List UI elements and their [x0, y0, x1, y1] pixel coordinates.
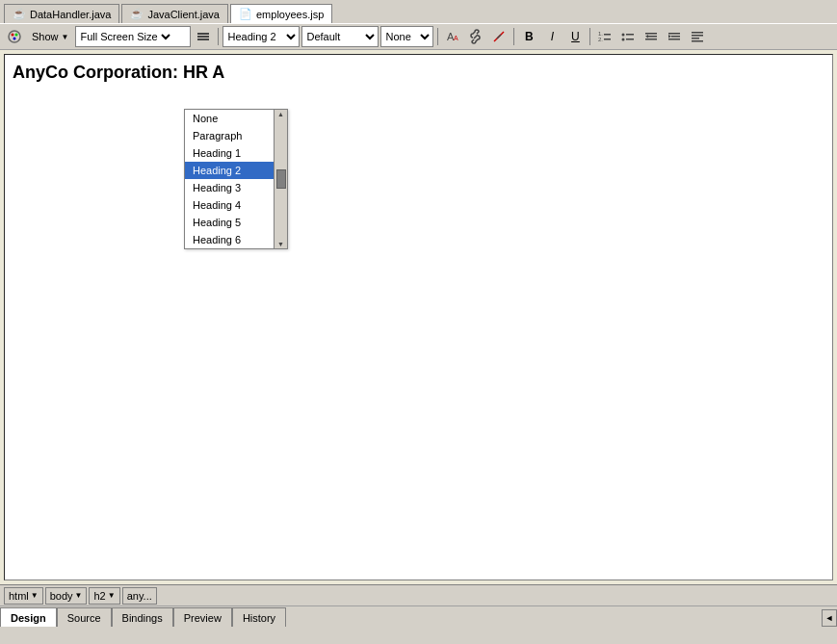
status-html-label: html	[9, 590, 29, 602]
ordered-list-icon[interactable]: 1. 2.	[594, 26, 615, 47]
svg-rect-5	[197, 36, 209, 38]
tabs-bar: ☕ DataHandler.java ☕ JavaClient.java 📄 e…	[0, 0, 837, 23]
svg-rect-4	[197, 33, 209, 35]
editor-wrapper: AnyCo Corporation: HR A None Paragraph H…	[0, 50, 837, 584]
unlink-icon[interactable]	[488, 26, 510, 47]
svg-point-0	[9, 31, 20, 42]
svg-point-15	[622, 39, 625, 41]
status-h2[interactable]: h2 ▼	[89, 587, 119, 605]
format-icon-1[interactable]: A A	[442, 26, 463, 47]
scroll-thumb	[276, 169, 286, 189]
status-h2-arrow: ▼	[108, 591, 116, 600]
svg-text:2.: 2.	[598, 37, 603, 42]
font-dropdown[interactable]: Default	[301, 26, 379, 47]
dropdown-item-paragraph[interactable]: Paragraph	[185, 127, 287, 144]
link-icon[interactable]	[465, 26, 486, 47]
svg-rect-16	[626, 34, 634, 36]
java-icon-2: ☕	[130, 8, 144, 20]
screen-size-dropdown[interactable]: Full Screen Size	[75, 26, 191, 47]
tab-preview-label: Preview	[184, 612, 222, 624]
align-icon[interactable]	[687, 26, 708, 47]
status-bar: html ▼ body ▼ h2 ▼ any...	[0, 584, 837, 605]
tab-history-label: History	[243, 612, 275, 624]
svg-rect-24	[668, 39, 680, 40]
svg-rect-12	[604, 34, 611, 36]
show-button[interactable]: Show ▼	[27, 26, 73, 47]
svg-point-1	[12, 34, 14, 37]
separator-1	[218, 28, 219, 45]
editor-content[interactable]: AnyCo Corporation: HR A	[5, 55, 832, 90]
separator-2	[437, 28, 438, 45]
svg-rect-27	[692, 35, 703, 37]
dropdown-scrollbar[interactable]: ▲ ▼	[274, 110, 287, 248]
show-label: Show	[32, 31, 59, 42]
tab-employees[interactable]: 📄 employees.jsp	[230, 4, 332, 23]
separator-4	[589, 28, 590, 45]
svg-point-3	[13, 38, 16, 40]
svg-rect-22	[668, 33, 680, 35]
tab-source-label: Source	[67, 612, 101, 624]
font-size-dropdown[interactable]: None	[380, 26, 433, 47]
screen-size-select[interactable]: Full Screen Size	[76, 27, 173, 46]
format-dropdown[interactable]: None Paragraph Heading 2	[222, 26, 300, 47]
tab-bindings-label: Bindings	[122, 612, 163, 624]
palette-icon[interactable]	[4, 26, 25, 47]
separator-3	[513, 28, 514, 45]
tab-datahandler[interactable]: ☕ DataHandler.java	[4, 4, 119, 23]
status-any[interactable]: any...	[122, 587, 157, 605]
dropdown-item-heading1[interactable]: Heading 1	[185, 144, 287, 162]
svg-point-14	[622, 34, 625, 37]
java-icon: ☕	[13, 8, 26, 20]
svg-rect-20	[645, 39, 657, 40]
tab-history[interactable]: History	[232, 607, 286, 627]
status-html[interactable]: html ▼	[4, 587, 43, 605]
status-h2-label: h2	[93, 590, 105, 602]
svg-marker-21	[645, 35, 648, 39]
italic-button[interactable]: I	[541, 26, 562, 47]
unordered-list-icon[interactable]	[617, 26, 639, 47]
dropdown-item-heading4[interactable]: Heading 4	[185, 196, 287, 214]
dropdown-item-none[interactable]: None	[185, 110, 287, 127]
status-html-arrow: ▼	[31, 591, 39, 600]
svg-rect-23	[671, 36, 680, 38]
svg-rect-19	[648, 36, 657, 38]
tab-javaclient[interactable]: ☕ JavaClient.java	[121, 4, 228, 23]
format-select[interactable]: None Paragraph Heading 2	[223, 27, 299, 46]
status-body[interactable]: body ▼	[45, 587, 88, 605]
svg-text:A: A	[454, 35, 458, 41]
font-select[interactable]: Default	[302, 27, 378, 46]
tab-javaclient-label: JavaClient.java	[147, 9, 220, 20]
tab-datahandler-label: DataHandler.java	[30, 9, 111, 20]
bottom-tabs: Design Source Bindings Preview History ◄	[0, 605, 837, 627]
dropdown-item-heading5[interactable]: Heading 5	[185, 214, 287, 231]
svg-rect-29	[692, 40, 703, 42]
scroll-left-btn[interactable]: ◄	[822, 609, 837, 627]
dropdown-item-heading2[interactable]: Heading 2	[185, 162, 287, 179]
toolbar-row-1: Show ▼ Full Screen Size None Paragraph H…	[0, 23, 837, 50]
svg-rect-17	[626, 39, 634, 40]
svg-rect-6	[197, 39, 209, 40]
tab-bindings[interactable]: Bindings	[112, 607, 173, 627]
underline-button[interactable]: U	[564, 26, 586, 47]
dropdown-item-heading6[interactable]: Heading 6	[185, 231, 287, 248]
svg-rect-26	[692, 32, 703, 34]
outdent-icon[interactable]	[664, 26, 685, 47]
scroll-down-btn[interactable]: ▼	[277, 241, 284, 247]
editor-frame: AnyCo Corporation: HR A None Paragraph H…	[4, 54, 833, 580]
tab-design[interactable]: Design	[0, 607, 57, 627]
font-size-select[interactable]: None	[381, 27, 432, 46]
jsp-icon: 📄	[239, 8, 252, 20]
tab-source[interactable]: Source	[57, 607, 112, 627]
svg-marker-25	[668, 35, 671, 39]
settings-icon[interactable]	[193, 26, 214, 47]
format-dropdown-overlay: None Paragraph Heading 1 Heading 2 Headi…	[184, 109, 288, 249]
status-any-label: any...	[127, 590, 152, 602]
svg-rect-28	[692, 38, 699, 39]
dropdown-item-heading3[interactable]: Heading 3	[185, 179, 287, 196]
tab-preview[interactable]: Preview	[173, 607, 232, 627]
scroll-up-btn[interactable]: ▲	[277, 111, 284, 117]
show-arrow: ▼	[62, 33, 69, 41]
bold-button[interactable]: B	[518, 26, 539, 47]
main-area: AnyCo Corporation: HR A None Paragraph H…	[0, 50, 837, 584]
indent-icon[interactable]	[641, 26, 662, 47]
